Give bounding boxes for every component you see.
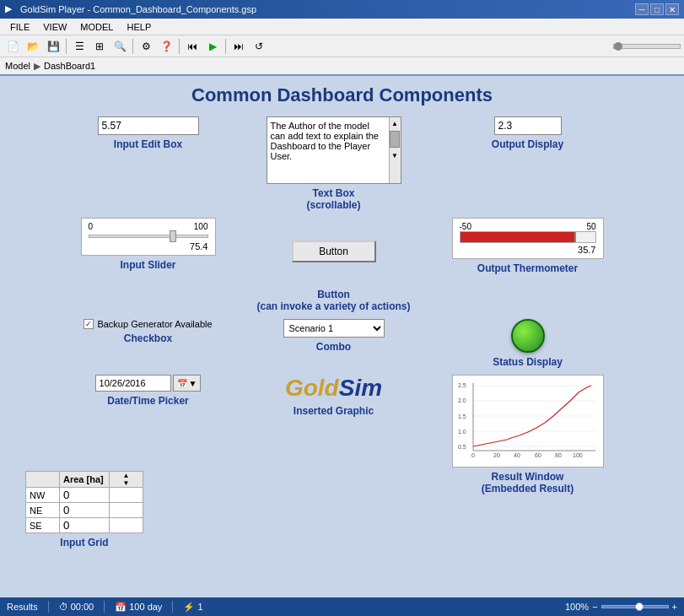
toolbar-sep2 (132, 39, 133, 54)
text-box-content: The Author of the model can add text to … (271, 121, 397, 161)
dashboard-title: Common Dashboard Components (12, 84, 672, 106)
grid-col-header: Area [ha] (60, 472, 110, 488)
grid-col-label (26, 472, 60, 488)
grid-scroll-col[interactable]: ▲ ▼ (110, 472, 143, 488)
toolbar-settings[interactable]: ⚙ (137, 37, 155, 56)
checkbox-text: Backup Generator Available (97, 319, 212, 329)
breadcrumb-page[interactable]: DashBoard1 (44, 61, 95, 71)
output-display-label: Output Display (492, 138, 563, 150)
toolbar-list[interactable]: ☰ (70, 37, 89, 56)
toolbar-search[interactable]: 🔍 (110, 37, 129, 56)
button-label: Button(can invoke a variety of actions) (256, 289, 410, 312)
thermo-bar-fill (460, 232, 575, 242)
maximize-button[interactable]: □ (650, 3, 664, 15)
grid-input-se[interactable] (63, 519, 105, 532)
menu-help[interactable]: HELP (120, 20, 158, 34)
input-edit-box[interactable] (98, 116, 199, 135)
dashboard-button[interactable]: Button (292, 240, 376, 262)
toolbar-loop[interactable]: ↺ (250, 37, 268, 56)
thermometer: -50 50 35.7 (452, 218, 604, 259)
toolbar-back[interactable]: ⏮ (183, 37, 202, 56)
checkbox-box[interactable]: ✓ (83, 319, 94, 329)
toolbar-play[interactable]: ▶ (203, 37, 222, 56)
svg-text:1.5: 1.5 (458, 413, 466, 419)
checkbox-container[interactable]: ✓ Backup Generator Available (83, 319, 212, 329)
grid-value-nw[interactable] (60, 488, 110, 503)
scroll-up-arrow[interactable]: ▲ (390, 117, 401, 129)
slider-value: 75.4 (89, 241, 208, 251)
calendar-button[interactable]: 📅 ▼ (173, 375, 202, 392)
toolbar-open[interactable]: 📂 (24, 37, 42, 56)
svg-text:20: 20 (493, 452, 500, 458)
scroll-thumb[interactable] (390, 131, 400, 148)
title-bar: ▶ GoldSim Player - Common_Dashboard_Comp… (0, 0, 684, 19)
output-value (494, 116, 562, 135)
text-box-label: Text Box(scrollable) (306, 187, 360, 211)
slider-container: 0 100 75.4 (81, 218, 216, 256)
slider-track[interactable] (89, 235, 208, 238)
input-edit-box-cell: Input Edit Box (64, 116, 233, 211)
minimize-button[interactable]: ─ (635, 3, 649, 15)
window-title: GoldSim Player - Common_Dashboard_Compon… (20, 4, 635, 14)
scroll-down-arrow[interactable]: ▼ (390, 149, 401, 161)
status-display-cell: Status Display (435, 319, 621, 368)
grid-row-se: SE (26, 518, 143, 533)
combo-cell: Scenario 1 Scenario 2 Scenario 3 Combo (241, 319, 427, 368)
goldsim-label: Inserted Graphic (294, 405, 374, 417)
toolbar-help[interactable]: ❓ (157, 37, 175, 56)
grid-scroll-up[interactable]: ▲ (123, 472, 130, 479)
grid-input-ne[interactable] (63, 504, 105, 516)
text-box[interactable]: The Author of the model can add text to … (267, 116, 401, 184)
thermo-tick (574, 232, 576, 242)
breadcrumb-model[interactable]: Model (5, 61, 30, 71)
dashboard-grid: Input Edit Box The Author of the model c… (12, 116, 672, 494)
toolbar-skip[interactable]: ⏭ (229, 37, 248, 56)
output-display (494, 116, 562, 135)
date-picker-label: Date/Time Picker (107, 395, 189, 407)
grid-value-se[interactable] (60, 518, 110, 533)
grid-value-ne[interactable] (60, 503, 110, 518)
svg-text:100: 100 (573, 452, 583, 458)
result-window-cell: 2.5 2.0 1.5 1.0 0.5 0 20 (435, 375, 621, 494)
scrollbar-vertical[interactable]: ▲ ▼ (389, 117, 401, 183)
svg-text:80: 80 (555, 452, 562, 458)
combo-select[interactable]: Scenario 1 Scenario 2 Scenario 3 (283, 319, 385, 338)
toolbar: 📄 📂 💾 ☰ ⊞ 🔍 ⚙ ❓ ⏮ ▶ ⏭ ↺ (0, 35, 684, 57)
svg-text:40: 40 (514, 452, 520, 458)
close-button[interactable]: ✕ (665, 3, 679, 15)
menu-file[interactable]: FILE (3, 20, 36, 34)
slider-min: 0 (89, 222, 94, 231)
toolbar-new[interactable]: 📄 (3, 37, 22, 56)
date-input[interactable] (95, 375, 171, 392)
thermo-label: Output Thermometer (477, 262, 578, 274)
svg-text:0.5: 0.5 (458, 444, 466, 450)
chart-svg: 2.5 2.0 1.5 1.0 0.5 0 20 (456, 379, 600, 463)
button-cell: Button Button(can invoke a variety of ac… (241, 218, 427, 312)
checkbox-label: Checkbox (124, 332, 172, 344)
svg-text:1.0: 1.0 (458, 429, 466, 435)
svg-text:60: 60 (535, 452, 541, 458)
input-slider-label: Input Slider (121, 259, 176, 271)
thermo-max: 50 (586, 222, 595, 231)
toolbar-save[interactable]: 💾 (44, 37, 62, 56)
input-slider-cell: 0 100 75.4 Input Slider (64, 218, 233, 312)
thermo-value: 35.7 (460, 245, 596, 255)
menu-view[interactable]: VIEW (36, 20, 73, 34)
slider-thumb[interactable] (170, 230, 176, 242)
grid-row-nw: NW (26, 488, 143, 503)
grid-scroll-down[interactable]: ▼ (123, 479, 130, 487)
toolbar-grid[interactable]: ⊞ (90, 37, 109, 56)
dropdown-arrow: ▼ (189, 379, 197, 388)
input-grid-label: Input Grid (60, 537, 108, 548)
slider-labels: 0 100 (89, 222, 208, 231)
menu-model[interactable]: MODEL (73, 20, 120, 34)
grid-scroll-se (110, 518, 143, 533)
text-box-cell: The Author of the model can add text to … (241, 116, 427, 211)
goldsim-logo: GoldSim (285, 375, 382, 402)
input-edit-box-label: Input Edit Box (114, 138, 182, 150)
grid-input-nw[interactable] (63, 489, 105, 501)
result-chart: 2.5 2.0 1.5 1.0 0.5 0 20 (452, 375, 604, 467)
result-window-label: Result Window(Embedded Result) (482, 471, 574, 494)
toolbar-sep3 (179, 39, 180, 54)
window-controls: ─ □ ✕ (635, 3, 679, 15)
